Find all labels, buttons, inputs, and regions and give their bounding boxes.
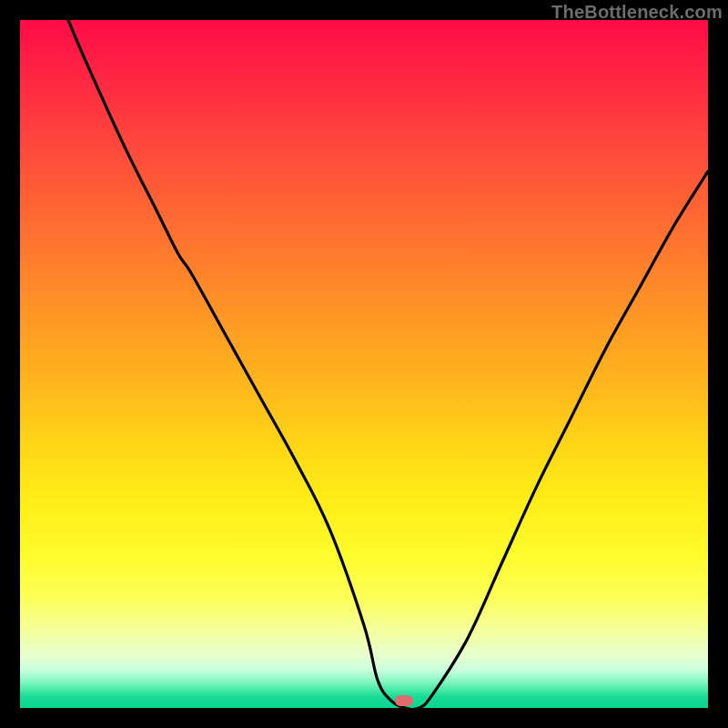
- plot-area: [20, 20, 708, 708]
- minimum-marker: [395, 695, 413, 706]
- chart-stage: TheBottleneck.com: [0, 0, 728, 728]
- bottleneck-curve: [20, 20, 708, 708]
- watermark-text: TheBottleneck.com: [551, 2, 723, 23]
